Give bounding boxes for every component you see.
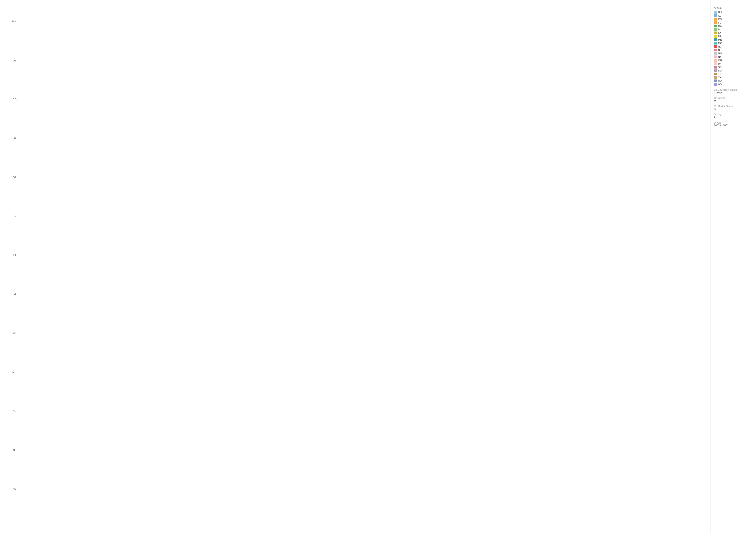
svg-point-928: [298, 252, 301, 255]
svg-rect-774: [29, 213, 40, 220]
svg-point-1240: [472, 326, 476, 329]
legend-label: NC: [718, 45, 722, 48]
svg-point-682: [295, 178, 297, 181]
svg-rect-430: [407, 103, 440, 110]
filter-value: College: [714, 91, 753, 94]
svg-rect-503: [34, 140, 57, 146]
svg-rect-152: [390, 29, 419, 36]
legend-title: S State: [714, 7, 753, 10]
legend-color-swatch: [714, 63, 717, 65]
svg-point-778: [137, 213, 145, 220]
svg-point-1636: [461, 436, 465, 440]
svg-point-421: [444, 104, 447, 108]
svg-point-123: [386, 30, 390, 34]
svg-point-961: [460, 252, 464, 256]
legend-item-al: AL: [714, 14, 753, 17]
svg-point-1667: [626, 436, 630, 440]
svg-point-1400: [27, 399, 31, 403]
svg-point-855: [606, 215, 610, 218]
svg-point-621: [24, 178, 27, 181]
svg-point-507: [151, 140, 158, 146]
svg-point-1246: [545, 326, 548, 329]
svg-point-1159: [101, 325, 105, 329]
svg-point-201: [31, 67, 34, 70]
svg-point-457: [619, 104, 622, 108]
svg-point-292: [458, 67, 461, 71]
svg-point-231: [148, 66, 154, 72]
svg-point-534: [282, 141, 285, 144]
svg-rect-1637: [381, 435, 404, 442]
svg-point-1354: [430, 363, 434, 366]
svg-rect-775: [40, 213, 54, 220]
svg-rect-893: [34, 250, 55, 257]
svg-text:0: 0: [191, 496, 193, 499]
svg-point-927: [295, 252, 298, 255]
svg-rect-1680: [24, 471, 27, 478]
svg-point-640: [85, 178, 88, 181]
svg-rect-73: [29, 29, 44, 36]
svg-text:0: 0: [363, 496, 364, 499]
svg-point-322: [620, 67, 624, 71]
svg-point-190: [652, 31, 655, 34]
legend-color-swatch: [714, 18, 717, 20]
y-label-la: LA: [5, 247, 18, 263]
legend-color-swatch: [714, 80, 717, 82]
svg-point-622: [27, 178, 31, 182]
svg-point-1305: [201, 363, 204, 366]
svg-text:Avg. Ss List Price: Avg. Ss List Price: [264, 501, 288, 504]
svg-point-1598: [273, 437, 276, 440]
svg-text:100: 100: [529, 496, 533, 499]
svg-point-1126: [627, 289, 629, 292]
svg-point-1437: [204, 399, 207, 403]
svg-point-1024: [80, 289, 83, 292]
svg-point-258: [283, 67, 286, 71]
svg-point-1430: [124, 399, 127, 403]
svg-rect-1571: [31, 435, 46, 442]
svg-point-1056: [270, 289, 273, 292]
filter-cd-gender: Cd GenderM: [714, 97, 753, 102]
legend-item-mo: MO: [714, 42, 753, 44]
svg-point-1468: [306, 400, 309, 403]
svg-point-1601: [283, 436, 286, 440]
svg-point-1610: [376, 436, 380, 440]
legend-color-swatch: [714, 59, 717, 62]
svg-rect-1507: [384, 398, 413, 405]
svg-point-192: [658, 30, 662, 34]
legend-item-tx: TX: [714, 76, 753, 79]
svg-point-1210: [376, 325, 380, 329]
svg-point-472: [31, 141, 34, 144]
svg-point-1564: [67, 436, 71, 440]
main-chart-svg: Avg. Ss Coupon Amt0K5K10K15KAvg. Ss List…: [18, 9, 706, 506]
svg-point-1163: [114, 325, 118, 330]
svg-point-1090: [445, 289, 448, 292]
svg-point-1023: [76, 289, 80, 292]
svg-point-112: [311, 31, 315, 34]
svg-rect-74: [44, 29, 62, 36]
svg-point-1698: [380, 473, 385, 477]
legend-item-ga: GA: [714, 25, 753, 27]
svg-point-1602: [286, 437, 289, 440]
svg-rect-262: [236, 65, 266, 72]
svg-point-1544: [650, 399, 653, 403]
svg-rect-1279: [583, 324, 616, 331]
filter-label: Cd Gender: [714, 97, 753, 99]
svg-rect-1030: [34, 287, 50, 294]
svg-point-1428: [118, 400, 121, 403]
svg-point-1603: [289, 436, 293, 440]
svg-point-829: [441, 215, 445, 218]
svg-point-1476: [379, 399, 383, 404]
svg-point-717: [466, 178, 470, 181]
charts-container: Avg. Ss Coupon Amt0K5K10K15KAvg. Ss List…: [18, 9, 706, 506]
svg-rect-649: [52, 176, 74, 183]
svg-point-1633: [451, 437, 455, 440]
svg-point-291: [454, 67, 458, 71]
y-label-mo: MO: [5, 364, 18, 380]
svg-point-1247: [548, 326, 551, 329]
filter-d-year: D Year2002 to 2002: [714, 121, 753, 127]
svg-rect-1670: [553, 435, 576, 442]
svg-point-1420: [92, 400, 95, 403]
svg-point-288: [445, 67, 448, 71]
svg-point-1567: [77, 437, 81, 440]
filter-cd-education-status: Cd Education StatusCollege: [714, 89, 753, 94]
y-label-ne: NE: [5, 442, 18, 458]
